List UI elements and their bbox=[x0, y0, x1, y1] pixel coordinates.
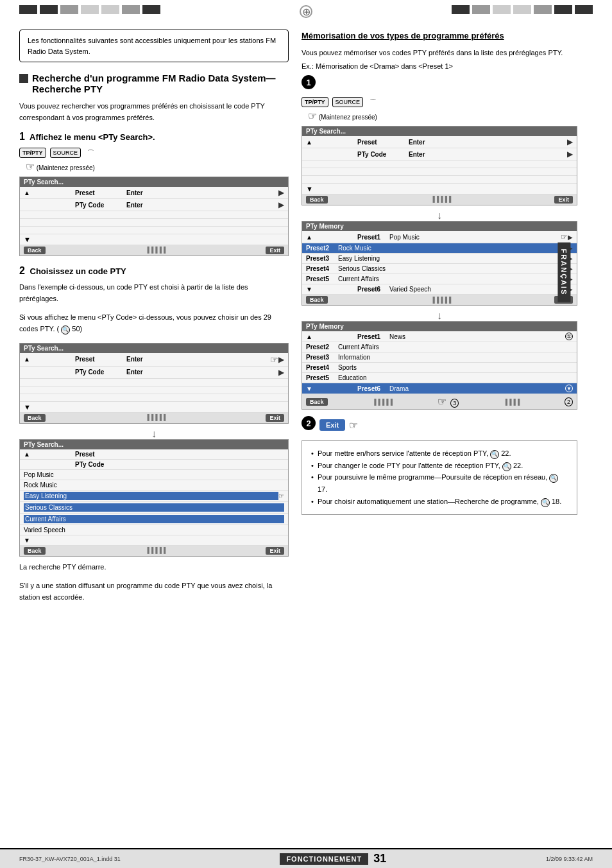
francais-label: FRANÇAIS bbox=[558, 242, 571, 302]
m2-back[interactable]: Back bbox=[306, 398, 328, 406]
circle-num-2-in: ▼ bbox=[565, 385, 573, 392]
pty-code-label: PTy Code bbox=[75, 202, 126, 209]
step2-num: 2 bbox=[302, 416, 316, 430]
circle-num-1: ① bbox=[565, 333, 573, 340]
pty-list-value-0: Pop Music bbox=[24, 471, 284, 478]
page-number: 31 bbox=[373, 852, 386, 865]
notes-list: Pour mettre en/hors service l'attente de… bbox=[311, 447, 568, 507]
exit-btn2[interactable]: Exit bbox=[266, 414, 284, 422]
mark-bar bbox=[513, 5, 531, 14]
right-enter2: Enter bbox=[409, 151, 567, 158]
m2-circle-3: 3 bbox=[450, 399, 459, 408]
empty-row6 bbox=[20, 394, 288, 402]
dots: ▐▐▐▐▐ bbox=[146, 247, 166, 254]
pty-search-panel-right: PTy Search... ▲ Preset Enter ▶ PTy Code … bbox=[302, 126, 577, 205]
m1-up: ▲ bbox=[306, 234, 357, 241]
exit-button[interactable]: Exit bbox=[319, 419, 345, 431]
pty-search-row-code: PTy Code bbox=[20, 460, 288, 470]
right-exit[interactable]: Exit bbox=[554, 196, 573, 204]
right-row-bottom: ▼ bbox=[302, 184, 577, 195]
m1-p5-label: Preset5 bbox=[306, 275, 338, 282]
m2-p3-value: Information bbox=[338, 354, 573, 361]
search-icon: 🔍 bbox=[61, 326, 70, 334]
m2-p4-value: Sports bbox=[338, 364, 573, 371]
note-item-1: Pour mettre en/hors service l'attente de… bbox=[311, 447, 568, 460]
m1-p6-value: Varied Speech bbox=[389, 286, 568, 293]
section-desc: Vous pouvez rechercher vos programmes pr… bbox=[19, 101, 289, 123]
right-arrow: ▶ bbox=[567, 137, 573, 146]
back-btn2[interactable]: Back bbox=[24, 414, 46, 422]
tp-pty-diagram-right: TP/PTY SOURCE ⌒ bbox=[302, 97, 577, 107]
preset-icon2: ▲ bbox=[24, 356, 75, 363]
section-title-left: Recherche d'un programme FM Radio Data S… bbox=[19, 73, 289, 94]
pty-search-list-title: PTy Search... bbox=[20, 440, 288, 449]
example-text: Ex.: Mémorisation de <Drama> dans <Prese… bbox=[302, 62, 577, 70]
m2-p1-label: Preset1 bbox=[357, 333, 389, 340]
pty-list-item-5: Varied Speech bbox=[20, 525, 288, 535]
hold-note-right: ☞ (Maintenez pressée) bbox=[308, 110, 577, 122]
m2-footer: Back ▐▐▐▐▐ ☞ 3 ▐▐▐▐ 2 bbox=[302, 394, 577, 409]
m2-p5-label: Preset5 bbox=[306, 374, 338, 381]
back-btn[interactable]: Back bbox=[24, 247, 46, 254]
exit-btn3[interactable]: Exit bbox=[266, 547, 284, 555]
exit-btn[interactable]: Exit bbox=[266, 247, 284, 254]
right-dots: ▐▐▐▐▐ bbox=[431, 196, 452, 204]
page-content: Les fonctionnalités suivantes sont acces… bbox=[0, 23, 612, 625]
bottom-page: FONCTIONNEMENT 31 bbox=[280, 852, 386, 865]
pty-list-item-1: Rock Music bbox=[20, 480, 288, 490]
down-icon: ▼ bbox=[24, 236, 31, 243]
mark-bar bbox=[101, 5, 119, 14]
pty-panel-footer3: Back ▐▐▐▐▐ Exit bbox=[20, 546, 288, 556]
right-section-title: Mémorisation de vos types de programme p… bbox=[302, 30, 577, 42]
mark-bar bbox=[40, 5, 58, 14]
search-icon-note4: 🔍 bbox=[541, 498, 550, 507]
pty-panel-row-bottom: ▼ bbox=[20, 234, 288, 245]
right-section-desc: Vous pouvez mémoriser vos codes PTY préf… bbox=[302, 48, 577, 59]
arrow-right3: ▶ bbox=[278, 355, 284, 364]
m1-p3-value: Easy Listening bbox=[338, 255, 568, 262]
m1-footer: Back ▐▐▐▐▐ Exit bbox=[302, 295, 577, 305]
search-icon-note3: 🔍 bbox=[549, 474, 558, 483]
bottom-bar: FR30-37_KW-AVX720_001A_1.indd 31 FONCTIO… bbox=[0, 848, 612, 868]
step2-right-header: 2 Exit ☞ bbox=[302, 416, 577, 434]
mark-group-right bbox=[452, 5, 593, 14]
m1-p2-value: Rock Music bbox=[338, 245, 568, 252]
m1-back[interactable]: Back bbox=[306, 296, 328, 304]
right-empty1 bbox=[302, 161, 577, 168]
result-text1: La recherche PTY démarre. bbox=[19, 562, 289, 573]
search-icon-note2: 🔍 bbox=[502, 462, 511, 471]
mark-bar bbox=[19, 5, 37, 14]
right-enter: Enter bbox=[409, 139, 567, 146]
pty-search-row-preset: ▲ Preset bbox=[20, 449, 288, 460]
m2-p3-label: Preset3 bbox=[306, 354, 338, 361]
pty-panel-row-preset2: ▲ Preset Enter ☞ ▶ bbox=[20, 353, 288, 367]
notes-box: Pour mettre en/hors service l'attente de… bbox=[302, 440, 577, 514]
step1-right-header: 1 bbox=[302, 75, 577, 93]
right-back[interactable]: Back bbox=[306, 196, 328, 204]
back-btn3[interactable]: Back bbox=[24, 547, 46, 555]
m2-dots2: ▐▐▐▐ bbox=[504, 399, 520, 405]
m1-p1-value: Pop Music bbox=[389, 234, 561, 241]
tp-pty-diagram: TP/PTY SOURCE ⌒ bbox=[19, 148, 289, 158]
mark-bar bbox=[493, 5, 511, 14]
file-info: FR30-37_KW-AVX720_001A_1.indd 31 bbox=[19, 856, 121, 862]
source-button: SOURCE bbox=[50, 148, 81, 158]
mark-group-left bbox=[19, 5, 160, 14]
pty-panel-title: PTy Search... bbox=[20, 177, 288, 187]
m2-row-up: ▲ Preset1 News ① bbox=[302, 331, 577, 342]
notice-text: Les fonctionnalités suivantes sont acces… bbox=[28, 37, 276, 55]
circle-nums-bottom: ☞ 3 bbox=[438, 395, 459, 408]
right-preset-icon: ▲ bbox=[306, 139, 357, 146]
memory-row-preset5: Preset5 Current Affairs ▶ bbox=[302, 274, 577, 284]
step1-header: 1 Affichez le menu <PTy Search>. bbox=[19, 131, 289, 143]
pty-panel-row-code: PTy Code Enter ▶ bbox=[20, 199, 288, 211]
search-preset-label: Preset bbox=[75, 451, 126, 458]
m2-circle-2: 2 bbox=[565, 397, 573, 406]
preset-label2: Preset bbox=[75, 356, 126, 363]
arrow-right4: ▶ bbox=[278, 368, 284, 377]
arrow-right: ▶ bbox=[278, 188, 284, 197]
m1-p3-label: Preset3 bbox=[306, 255, 338, 262]
down-icon2: ▼ bbox=[24, 403, 31, 411]
pty-list-value-4: Current Affairs bbox=[24, 515, 284, 523]
right-footer: Back ▐▐▐▐▐ Exit bbox=[302, 195, 577, 205]
